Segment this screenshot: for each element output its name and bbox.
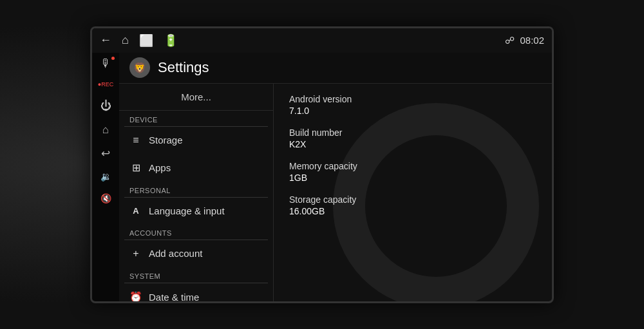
- language-label: Language & input: [149, 205, 225, 216]
- storage-capacity-label: Storage capacity: [289, 194, 536, 205]
- apps-label: Apps: [149, 162, 171, 173]
- android-version-value: 7.1.0: [289, 106, 536, 116]
- settings-title: Settings: [158, 59, 209, 76]
- settings-content: 🦁 Settings More... DEVICE ≡: [119, 53, 552, 301]
- apps-icon: ⊞: [129, 162, 142, 174]
- settings-header: 🦁 Settings: [119, 53, 552, 84]
- mic-badge: [111, 57, 115, 60]
- build-number-label: Build number: [289, 127, 536, 138]
- add-account-icon: +: [129, 248, 142, 259]
- section-device: DEVICE: [119, 111, 273, 126]
- vol-mute-button[interactable]: 🔇: [96, 194, 115, 203]
- body-area: 🎙 ●REC ⏻ ⌂ ↩ 🔉 🔇 🦁 Settings: [92, 53, 552, 301]
- storage-label: Storage: [149, 135, 183, 146]
- mic-button[interactable]: 🎙: [96, 58, 115, 69]
- memory-capacity-label: Memory capacity: [289, 161, 536, 171]
- settings-app-icon: 🦁: [129, 57, 150, 78]
- add-account-label: Add account: [149, 248, 202, 259]
- memory-capacity-value: 1GB: [289, 173, 536, 183]
- nav-controls: ← ⌂ ⬜ 🔋: [100, 33, 178, 48]
- storage-capacity-value: 16.00GB: [289, 206, 536, 216]
- language-icon: A: [129, 206, 142, 216]
- datetime-label: Date & time: [149, 292, 199, 301]
- info-build-number: Build number K2X: [289, 127, 536, 149]
- menu-item-language[interactable]: A Language & input: [119, 198, 273, 224]
- section-personal: PERSONAL: [119, 182, 273, 197]
- info-memory-capacity: Memory capacity 1GB: [289, 161, 536, 183]
- section-accounts: ACCOUNTS: [119, 224, 273, 240]
- info-panel: Android version 7.1.0 Build number K2X M…: [274, 84, 552, 301]
- power-button[interactable]: ⏻: [96, 100, 115, 111]
- storage-icon: ≡: [129, 135, 142, 146]
- recents-button[interactable]: ⬜: [139, 33, 153, 48]
- vol-down-button[interactable]: 🔉: [96, 172, 115, 181]
- menu-item-datetime[interactable]: ⏰ Date & time: [119, 283, 273, 301]
- left-side-strip: 🎙 ●REC ⏻ ⌂ ↩ 🔉 🔇: [92, 53, 119, 301]
- device-frame: ← ⌂ ⬜ 🔋 ☍ 08:02 🎙 ●REC ⏻ ⌂ ↩: [90, 26, 554, 303]
- menu-list: More... DEVICE ≡ Storage ⊞ Apps: [119, 84, 274, 301]
- build-number-value: K2X: [289, 139, 536, 149]
- location-icon: ☍: [505, 35, 515, 46]
- menu-item-storage[interactable]: ≡ Storage: [119, 127, 273, 154]
- status-right: ☍ 08:02: [505, 35, 544, 46]
- info-android-version: Android version 7.1.0: [289, 94, 536, 116]
- time-display: 08:02: [520, 35, 544, 46]
- datetime-icon: ⏰: [129, 291, 142, 301]
- home-strip-button[interactable]: ⌂: [96, 124, 115, 135]
- section-system: SYSTEM: [119, 267, 273, 283]
- rec-indicator: ●REC: [96, 82, 115, 88]
- android-version-label: Android version: [289, 94, 536, 104]
- menu-item-add-account[interactable]: + Add account: [119, 240, 273, 267]
- status-bar: ← ⌂ ⬜ 🔋 ☍ 08:02: [92, 28, 552, 53]
- menu-item-apps[interactable]: ⊞ Apps: [119, 154, 273, 182]
- app-button[interactable]: 🔋: [164, 33, 178, 48]
- more-button[interactable]: More...: [119, 84, 273, 111]
- back-button[interactable]: ←: [100, 33, 111, 47]
- info-storage-capacity: Storage capacity 16.00GB: [289, 194, 536, 216]
- back-strip-button[interactable]: ↩: [96, 148, 115, 159]
- home-button[interactable]: ⌂: [122, 33, 129, 47]
